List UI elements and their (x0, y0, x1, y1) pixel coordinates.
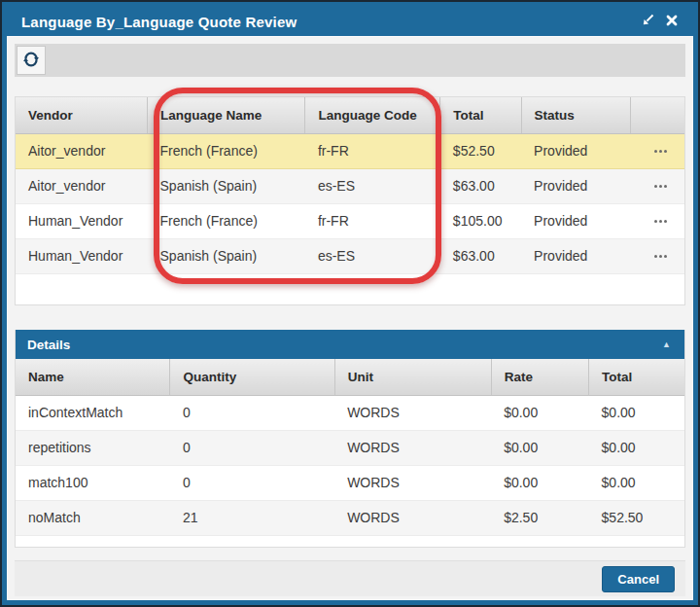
collapse-panel-icon[interactable]: ▲ (662, 339, 671, 349)
cell-language-name: Spanish (Spain) (148, 168, 305, 203)
refresh-icon (23, 52, 39, 70)
toolbar (15, 44, 685, 77)
ellipsis-icon (654, 220, 667, 223)
cell-name: match100 (16, 465, 170, 500)
ellipsis-icon (654, 185, 667, 188)
cell-total: $63.00 (440, 168, 521, 203)
column-header-rate[interactable]: Rate (491, 359, 588, 395)
dialog-content: Vendor Language Name Language Code Total… (7, 36, 693, 600)
cell-language-name: French (France) (148, 133, 305, 168)
column-header-name[interactable]: Name (16, 359, 170, 395)
quote-table-header-row: Vendor Language Name Language Code Total… (16, 97, 684, 133)
cell-rate: $0.00 (491, 430, 588, 465)
cell-total: $0.00 (589, 465, 684, 500)
cell-vendor: Human_Vendor (16, 203, 148, 238)
collapse-dialog-button[interactable] (636, 12, 660, 31)
cell-language-code: es-ES (305, 238, 440, 273)
cancel-button[interactable]: Cancel (602, 566, 675, 592)
cell-name: repetitions (16, 430, 170, 465)
row-menu-button[interactable] (643, 134, 679, 168)
row-menu-button[interactable] (643, 169, 679, 203)
cell-total: $105.00 (440, 203, 521, 238)
details-panel: Details ▲ Name Quantity Unit Rate Total (15, 330, 685, 548)
cell-total: $0.00 (589, 395, 684, 430)
cell-quantity: 21 (170, 500, 334, 535)
cell-unit: WORDS (334, 430, 491, 465)
refresh-button[interactable] (17, 46, 46, 75)
cell-actions (630, 238, 684, 273)
cell-total: $52.50 (589, 500, 684, 535)
cell-vendor: Aitor_vendor (16, 168, 148, 203)
quote-table: Vendor Language Name Language Code Total… (16, 97, 684, 274)
details-table: Name Quantity Unit Rate Total inContextM… (16, 359, 684, 536)
details-row[interactable]: noMatch 21 WORDS $2.50 $52.50 (16, 500, 684, 535)
cell-status: Provided (521, 203, 630, 238)
cell-total: $52.50 (440, 133, 521, 168)
cell-quantity: 0 (170, 465, 334, 500)
column-header-total[interactable]: Total (440, 97, 521, 133)
row-menu-button[interactable] (643, 239, 679, 273)
cell-name: noMatch (16, 500, 170, 535)
cell-total: $63.00 (440, 238, 521, 273)
quote-row[interactable]: Human_Vendor French (France) fr-FR $105.… (16, 203, 684, 238)
column-header-language-name[interactable]: Language Name (148, 97, 305, 133)
details-panel-title: Details (27, 338, 70, 352)
cell-rate: $2.50 (491, 500, 588, 535)
details-row[interactable]: inContextMatch 0 WORDS $0.00 $0.00 (16, 395, 684, 430)
column-header-quantity[interactable]: Quantity (170, 359, 334, 395)
cell-language-code: fr-FR (305, 203, 440, 238)
quote-review-dialog: Language By_Language Quote Review (0, 0, 700, 607)
cell-language-code: fr-FR (305, 133, 440, 168)
details-row[interactable]: match100 0 WORDS $0.00 $0.00 (16, 465, 684, 500)
column-header-actions (630, 97, 684, 133)
cell-unit: WORDS (334, 395, 491, 430)
quote-row-selected[interactable]: Aitor_vendor French (France) fr-FR $52.5… (16, 133, 684, 168)
cell-rate: $0.00 (491, 465, 588, 500)
cell-unit: WORDS (334, 500, 491, 535)
cell-quantity: 0 (170, 395, 334, 430)
row-menu-button[interactable] (643, 204, 679, 238)
cell-vendor: Human_Vendor (16, 238, 148, 273)
cell-rate: $0.00 (491, 395, 588, 430)
ellipsis-icon (654, 150, 667, 153)
ellipsis-icon (654, 255, 667, 258)
cell-actions (630, 168, 684, 203)
close-x-icon (666, 15, 678, 29)
collapse-diagonal-arrow-icon (642, 14, 654, 29)
quote-row[interactable]: Human_Vendor Spanish (Spain) es-ES $63.0… (16, 238, 684, 273)
quote-table-panel: Vendor Language Name Language Code Total… (15, 96, 685, 305)
column-header-status[interactable]: Status (521, 97, 630, 133)
cell-unit: WORDS (334, 465, 491, 500)
cell-status: Provided (521, 168, 630, 203)
close-dialog-button[interactable] (660, 13, 683, 31)
cell-name: inContextMatch (16, 395, 170, 430)
dialog-titlebar: Language By_Language Quote Review (7, 7, 693, 36)
cell-actions (630, 203, 684, 238)
details-table-header-row: Name Quantity Unit Rate Total (16, 359, 684, 395)
quote-row[interactable]: Aitor_vendor Spanish (Spain) es-ES $63.0… (16, 168, 684, 203)
dialog-title: Language By_Language Quote Review (21, 14, 636, 30)
cell-total: $0.00 (589, 430, 684, 465)
cell-language-code: es-ES (305, 168, 440, 203)
column-header-language-code[interactable]: Language Code (305, 97, 440, 133)
cell-language-name: Spanish (Spain) (148, 238, 305, 273)
column-header-total[interactable]: Total (589, 359, 684, 395)
details-row[interactable]: repetitions 0 WORDS $0.00 $0.00 (16, 430, 684, 465)
column-header-vendor[interactable]: Vendor (16, 97, 148, 133)
cell-actions (630, 133, 684, 168)
column-header-unit[interactable]: Unit (334, 359, 491, 395)
details-panel-header[interactable]: Details ▲ (16, 330, 684, 359)
dialog-footer: Cancel (15, 560, 685, 596)
cell-status: Provided (521, 238, 630, 273)
cell-status: Provided (521, 133, 630, 168)
cell-quantity: 0 (170, 430, 334, 465)
cell-vendor: Aitor_vendor (16, 133, 148, 168)
cell-language-name: French (France) (148, 203, 305, 238)
